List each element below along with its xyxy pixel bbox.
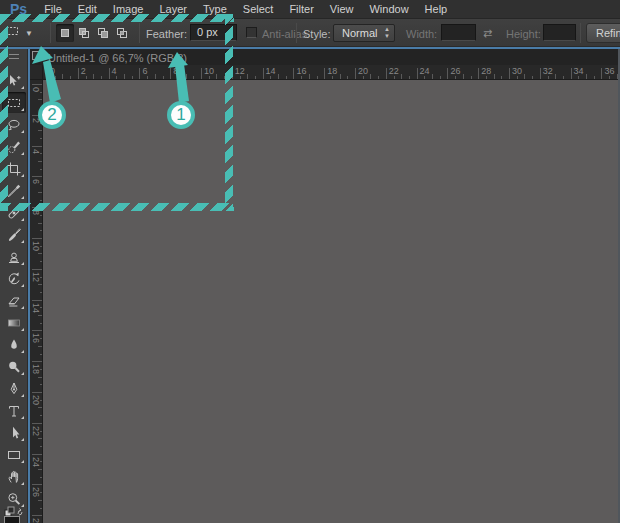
ruler-number: 34 (574, 66, 584, 76)
ruler-tick (32, 330, 43, 331)
height-input[interactable] (543, 24, 576, 41)
width-input[interactable] (441, 24, 476, 41)
ruler-tick (155, 74, 156, 79)
ruler-tick (186, 74, 187, 79)
ruler-tick (32, 238, 43, 239)
flyout-corner-icon (21, 460, 24, 463)
ruler-number: 16 (296, 66, 306, 76)
history-brush-tool[interactable] (2, 268, 26, 289)
ruler-number: 20 (358, 66, 368, 76)
add-to-selection-button[interactable] (75, 24, 93, 42)
flyout-corner-icon (21, 218, 24, 221)
ruler-tick (124, 74, 125, 79)
document-window: Untitled-1 @ 66,7% (RGB/8) 0246810121416… (28, 47, 620, 523)
path-selection-tool[interactable] (2, 422, 26, 443)
ruler-tick (116, 76, 117, 79)
ruler-tick (78, 68, 79, 79)
ruler-tick (170, 68, 171, 79)
ruler-tick (32, 146, 43, 147)
document-tab-icon (32, 51, 41, 60)
ruler-tick (255, 76, 256, 79)
refine-edge-button[interactable]: Refine Edge (586, 23, 620, 43)
ruler-tick (32, 454, 43, 455)
ruler-number: 22 (389, 66, 399, 76)
ruler-tick (209, 76, 210, 79)
document-focus-border (0, 47, 620, 49)
ruler-tick (332, 76, 333, 79)
ruler-number: 12 (235, 66, 245, 76)
menu-filter[interactable]: Filter (281, 3, 321, 15)
pen-tool[interactable] (2, 378, 26, 399)
ruler-tick (394, 76, 395, 79)
ruler-tick (278, 74, 279, 79)
type-tool[interactable] (2, 400, 26, 421)
ruler-tick (132, 76, 133, 79)
ruler-tick (324, 68, 325, 79)
document-tab-title: Untitled-1 @ 66,7% (RGB/8) (48, 52, 187, 64)
ruler-tick (147, 76, 148, 79)
menu-view[interactable]: View (322, 3, 362, 15)
default-colors-icon[interactable] (4, 504, 24, 516)
menu-help[interactable]: Help (417, 3, 456, 15)
subtract-from-selection-button[interactable] (94, 24, 112, 42)
ruler-tick (478, 68, 479, 79)
document-tab[interactable]: Untitled-1 @ 66,7% (RGB/8) (30, 49, 618, 65)
intersect-selection-button[interactable] (113, 24, 131, 42)
gradient-tool[interactable] (2, 312, 26, 333)
blur-tool[interactable] (2, 334, 26, 355)
ruler-tick (509, 68, 510, 79)
ruler-corner[interactable] (30, 65, 43, 80)
separator (580, 23, 581, 43)
callout-1-badge: 1 (167, 101, 195, 129)
foreground-color-swatch[interactable] (4, 516, 20, 523)
flyout-corner-icon (21, 394, 24, 397)
feather-label: Feather: (146, 28, 187, 40)
ruler-tick (62, 74, 63, 79)
ruler-tick (471, 76, 472, 79)
ruler-tick (386, 68, 387, 79)
style-value: Normal (342, 27, 377, 39)
hand-tool[interactable] (2, 466, 26, 487)
new-selection-button[interactable] (56, 24, 74, 42)
ruler-tick (440, 76, 441, 79)
ruler-tick (193, 76, 194, 79)
ruler-tick (32, 269, 43, 270)
vertical-ruler[interactable]: 0246810121416182022242628 (30, 80, 43, 523)
anti-alias-checkbox[interactable] (246, 27, 257, 38)
flyout-corner-icon (21, 372, 24, 375)
eraser-tool[interactable] (2, 290, 26, 311)
horizontal-ruler[interactable]: 024681012141618202224262830323436 (43, 65, 618, 80)
ruler-number: 2 (81, 66, 86, 76)
ruler-tick (32, 392, 43, 393)
ruler-tick (70, 76, 71, 79)
ruler-tick (32, 484, 43, 485)
ruler-tick (309, 74, 310, 79)
menu-window[interactable]: Window (361, 3, 416, 15)
tool-preset-dropdown[interactable]: ▼ (4, 23, 46, 43)
flyout-corner-icon (21, 482, 24, 485)
panel-collapse-grip-icon[interactable] (9, 54, 19, 59)
flyout-corner-icon (21, 196, 24, 199)
ruler-tick (286, 76, 287, 79)
rectangle-tool[interactable] (2, 444, 26, 465)
annotation-dashed-border-left (0, 14, 8, 211)
flyout-corner-icon (21, 438, 24, 441)
ruler-number: 24 (420, 66, 430, 76)
menu-select[interactable]: Select (235, 3, 282, 15)
ruler-tick (355, 68, 356, 79)
flyout-corner-icon (21, 306, 24, 309)
flyout-corner-icon (21, 86, 24, 89)
style-select[interactable]: Normal ▲▼ (333, 24, 395, 42)
canvas[interactable] (43, 80, 618, 523)
brush-tool[interactable] (2, 224, 26, 245)
annotation-dashed-border-right (225, 14, 233, 211)
swap-dimensions-icon[interactable]: ⇄ (483, 27, 492, 40)
ruler-tick (139, 68, 140, 79)
ruler-tick (32, 176, 43, 177)
ruler-number: 18 (327, 66, 337, 76)
ruler-tick (447, 68, 448, 79)
ruler-number: 14 (266, 66, 276, 76)
ruler-number: 6 (142, 66, 147, 76)
dodge-tool[interactable] (2, 356, 26, 377)
clone-stamp-tool[interactable] (2, 246, 26, 267)
